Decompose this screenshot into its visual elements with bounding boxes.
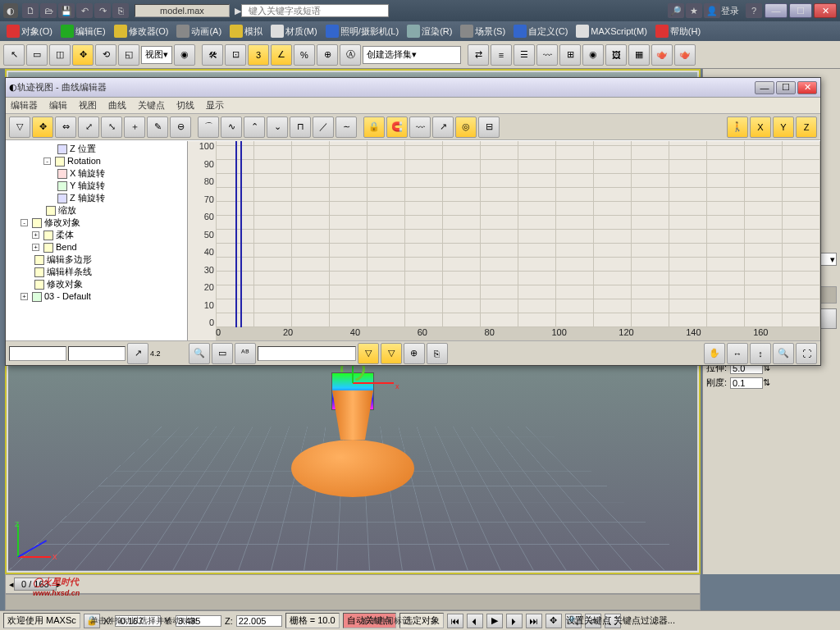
track-bar[interactable] bbox=[5, 594, 701, 610]
tree-node[interactable]: -修改对象 bbox=[7, 217, 185, 229]
angle-snap-icon[interactable]: ∠ bbox=[271, 44, 292, 66]
link-icon[interactable]: ⎘ bbox=[112, 3, 129, 18]
ce-maximize-button[interactable]: ☐ bbox=[776, 81, 796, 94]
scene-object[interactable] bbox=[291, 381, 414, 497]
tree-node[interactable]: 编辑多边形 bbox=[7, 253, 185, 266]
ce-menu-关键点[interactable]: 关键点 bbox=[138, 99, 165, 112]
tangent-auto-icon[interactable]: ⌒ bbox=[198, 116, 219, 138]
snap-frame-icon[interactable]: 🧲 bbox=[386, 116, 408, 138]
zoom-graph-icon[interactable]: 🔍 bbox=[773, 343, 794, 364]
menu-场景(S)[interactable]: 场景(S) bbox=[457, 25, 509, 38]
ce-assign-icon[interactable]: ⊕ bbox=[404, 343, 425, 364]
menu-照明/摄影机(L)[interactable]: 照明/摄影机(L) bbox=[322, 25, 403, 38]
draw-curve-icon[interactable]: ✎ bbox=[147, 116, 168, 138]
time-cursor[interactable] bbox=[235, 141, 242, 327]
scale-icon[interactable]: ◱ bbox=[118, 44, 139, 66]
biped-select-icon[interactable]: 🚶 bbox=[727, 116, 748, 138]
tangent-linear-icon[interactable]: ／ bbox=[313, 116, 334, 138]
ce-menu-编辑器[interactable]: 编辑器 bbox=[11, 99, 38, 112]
tree-node[interactable]: +03 - Default bbox=[7, 290, 185, 303]
next-frame-icon[interactable]: ▸ bbox=[57, 579, 62, 590]
render-frame-icon[interactable]: ▦ bbox=[628, 44, 650, 66]
minimize-button[interactable]: — bbox=[765, 3, 788, 18]
quick-render-icon[interactable]: 🫖 bbox=[674, 44, 696, 66]
maximize-button[interactable]: ☐ bbox=[789, 3, 812, 18]
param-curve-icon[interactable]: 〰 bbox=[409, 116, 431, 138]
ce-menu-编辑[interactable]: 编辑 bbox=[49, 99, 67, 112]
tree-node[interactable]: Z 位置 bbox=[7, 143, 185, 155]
key-value-field[interactable] bbox=[68, 346, 126, 361]
play-icon[interactable]: ▶ bbox=[486, 614, 503, 628]
ce-minimize-button[interactable]: — bbox=[755, 81, 774, 94]
move-icon[interactable]: ✥ bbox=[72, 44, 94, 66]
addtag-label[interactable]: 添加时间标记 bbox=[361, 615, 410, 627]
redo-icon[interactable]: ↷ bbox=[94, 3, 111, 18]
ce-menu-切线[interactable]: 切线 bbox=[176, 99, 194, 112]
biped-y-icon[interactable]: Y bbox=[773, 116, 794, 138]
tangent-fast-icon[interactable]: ⌃ bbox=[244, 116, 265, 138]
ce-menu-视图[interactable]: 视图 bbox=[79, 99, 97, 112]
spinner-icon[interactable]: ⇅ bbox=[763, 377, 770, 388]
time-slider[interactable]: ◂ 0 / 163 ▸ bbox=[5, 574, 701, 594]
show-tangent-icon[interactable]: ↗ bbox=[432, 116, 454, 138]
add-key-icon[interactable]: ＋ bbox=[124, 116, 145, 138]
goto-start-icon[interactable]: ⏮ bbox=[447, 614, 463, 628]
menu-帮助(H)[interactable]: 帮助(H) bbox=[652, 25, 704, 38]
tree-node[interactable]: Y 轴旋转 bbox=[7, 180, 185, 192]
select-icon[interactable]: ↖ bbox=[3, 44, 25, 66]
expand-icon[interactable]: + bbox=[32, 244, 39, 251]
ref-coord-select[interactable]: 视图 ▾ bbox=[141, 46, 172, 64]
ce-filter2-icon[interactable]: ▽ bbox=[381, 343, 402, 364]
tangent-step-icon[interactable]: ⊓ bbox=[290, 116, 311, 138]
save-icon[interactable]: 💾 bbox=[58, 3, 75, 18]
ce-menu-显示[interactable]: 显示 bbox=[206, 99, 224, 112]
menu-模拟[interactable]: 模拟 bbox=[226, 25, 266, 38]
tree-node[interactable]: 缩放 bbox=[7, 204, 185, 217]
biped-z-icon[interactable]: Z bbox=[796, 116, 817, 138]
track-name-field[interactable] bbox=[258, 346, 356, 361]
show-keyable-icon[interactable]: ◎ bbox=[455, 116, 477, 138]
tree-node[interactable]: -Rotation bbox=[7, 155, 185, 167]
tree-node[interactable]: +Bend bbox=[7, 241, 185, 253]
time-slider-knob[interactable]: 0 / 163 bbox=[14, 578, 57, 591]
ce-close-button[interactable]: ✕ bbox=[797, 81, 817, 94]
biped-x-icon[interactable]: X bbox=[750, 116, 771, 138]
move-keys-icon[interactable]: ✥ bbox=[32, 116, 53, 138]
user-icon[interactable]: 👤 bbox=[704, 3, 720, 18]
tangent-slow-icon[interactable]: ⌄ bbox=[267, 116, 288, 138]
undo-icon[interactable]: ↶ bbox=[76, 3, 93, 18]
named-sel-icon[interactable]: Ⓐ bbox=[340, 44, 361, 66]
render-icon[interactable]: 🫖 bbox=[651, 44, 673, 66]
keymode-icon[interactable]: ⊡ bbox=[225, 44, 246, 66]
ce-copy-icon[interactable]: ⎘ bbox=[427, 343, 448, 364]
zoom-ext-icon[interactable]: ⛶ bbox=[796, 343, 817, 364]
track-set-icon[interactable]: ⊟ bbox=[478, 116, 500, 138]
spinner-snap-icon[interactable]: ⊕ bbox=[317, 44, 338, 66]
curve-editor-titlebar[interactable]: ◐ 轨迹视图 - 曲线编辑器 — ☐ ✕ bbox=[6, 78, 820, 98]
menu-MAXScript(M)[interactable]: MAXScript(M) bbox=[573, 25, 650, 38]
lock-icon[interactable]: 🔒 bbox=[363, 116, 385, 138]
new-icon[interactable]: 🗋 bbox=[22, 3, 39, 18]
setkey-button[interactable]: 设置关键点 关键点过滤器... bbox=[566, 614, 675, 627]
zoom-h-icon[interactable]: ↔ bbox=[727, 343, 748, 364]
binoculars-icon[interactable]: 🔎 bbox=[668, 3, 684, 18]
menu-编辑(E)[interactable]: 编辑(E) bbox=[57, 25, 109, 38]
menu-动画(A)[interactable]: 动画(A) bbox=[173, 25, 225, 38]
tree-node[interactable]: 编辑样条线 bbox=[7, 266, 185, 278]
next-key-icon[interactable]: ⏵ bbox=[506, 614, 523, 628]
align-icon[interactable]: ≡ bbox=[491, 44, 512, 66]
mirror-icon[interactable]: ⇄ bbox=[468, 44, 489, 66]
menu-修改器(O)[interactable]: 修改器(O) bbox=[111, 25, 172, 38]
favorite-icon[interactable]: ★ bbox=[686, 3, 702, 18]
layers-icon[interactable]: ☰ bbox=[514, 44, 535, 66]
pan-icon[interactable]: ✥ bbox=[546, 614, 562, 628]
menu-自定义(C)[interactable]: 自定义(C) bbox=[510, 25, 571, 38]
zoom-selected-icon[interactable]: 🔍 bbox=[189, 343, 210, 364]
filter-icon[interactable]: ▽ bbox=[9, 116, 30, 138]
nav-arrow-icon[interactable]: ↗ bbox=[127, 343, 148, 364]
pan-graph-icon[interactable]: ✋ bbox=[704, 343, 725, 364]
z-field[interactable] bbox=[236, 615, 282, 627]
percent-snap-icon[interactable]: % bbox=[294, 44, 315, 66]
slide-keys-icon[interactable]: ⇔ bbox=[55, 116, 76, 138]
render-setup-icon[interactable]: 🖼 bbox=[605, 44, 627, 66]
